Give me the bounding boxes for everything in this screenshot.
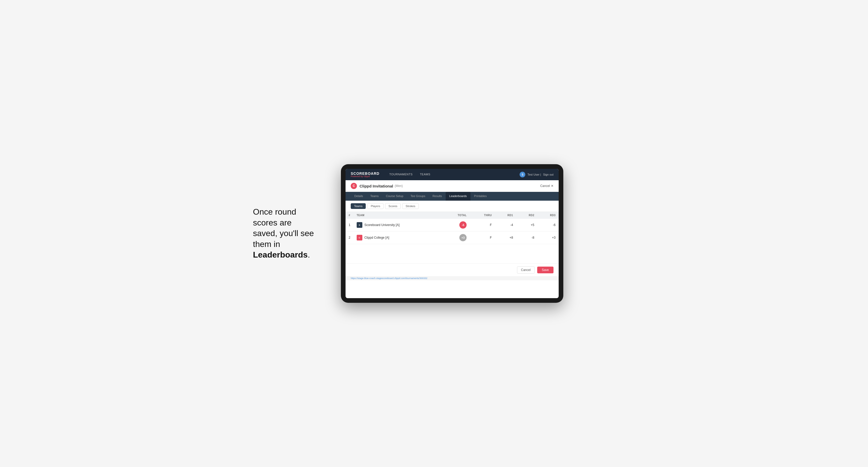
col-rd3: RD3 (537, 212, 559, 219)
team-name-1: Clippd College [A] (365, 236, 389, 240)
tournament-icon: C (351, 183, 357, 189)
description-line1: Once round (253, 207, 296, 216)
filter-teams-button[interactable]: Teams (351, 203, 366, 209)
description-period: . (308, 250, 310, 259)
cell-rank-1: 2 (345, 231, 353, 244)
col-rd2: RD2 (516, 212, 537, 219)
table-header-row: # TEAM TOTAL THRU RD1 RD2 RD3 (345, 212, 559, 219)
tab-results[interactable]: Results (429, 192, 446, 201)
description-line5-bold: Leaderboards (253, 250, 308, 259)
footer-cancel-button[interactable]: Cancel (517, 266, 534, 274)
filter-scores-button[interactable]: Scores (385, 203, 401, 209)
leaderboard-table: # TEAM TOTAL THRU RD1 RD2 RD3 1 S Scor (345, 212, 559, 244)
filter-bar: Teams Players Scores Strokes (345, 201, 559, 212)
tab-teams[interactable]: Teams (367, 192, 382, 201)
navbar: SCOREBOARD Powered by clippd TOURNAMENTS… (345, 169, 559, 180)
table-header: # TEAM TOTAL THRU RD1 RD2 RD3 (345, 212, 559, 219)
user-avatar: S (520, 172, 525, 177)
description-line3: saved, you'll see (253, 228, 314, 238)
filter-strokes-button[interactable]: Strokes (402, 203, 418, 209)
team-name-0: Scoreboard University [A] (365, 223, 400, 227)
footer: Cancel Save (345, 263, 559, 276)
team-logo-1: C (356, 235, 362, 241)
cell-rank-0: 1 (345, 219, 353, 231)
sign-out-link[interactable]: Sign out (543, 173, 554, 176)
cell-team-0: S Scoreboard University [A] (353, 219, 442, 231)
nav-right: S Test User | Sign out (520, 172, 554, 177)
brand-title: SCOREBOARD (351, 172, 379, 175)
col-rank: # (345, 212, 353, 219)
cell-team-1: C Clippd College [A] (353, 231, 442, 244)
footer-save-button[interactable]: Save (537, 267, 554, 273)
tab-leaderboards[interactable]: Leaderboards (446, 192, 470, 201)
table-body: 1 S Scoreboard University [A] -5 F -4 +5… (345, 219, 559, 244)
nav-link-tournaments[interactable]: TOURNAMENTS (385, 169, 416, 180)
table-row: 2 C Clippd College [A] +3 F +8 -8 +3 (345, 231, 559, 244)
tablet-device: SCOREBOARD Powered by clippd TOURNAMENTS… (341, 164, 563, 303)
team-logo-0: S (356, 222, 362, 228)
nav-link-teams[interactable]: TEAMS (416, 169, 434, 180)
tab-printables[interactable]: Printables (470, 192, 490, 201)
url-text: https://stage-blue-coach.stagescoreboard… (351, 277, 427, 280)
col-team: TEAM (353, 212, 442, 219)
nav-username: Test User | (527, 173, 541, 176)
brand-sub: Powered by clippd (351, 175, 379, 178)
col-rd1: RD1 (495, 212, 516, 219)
description-line4: them in (253, 240, 280, 249)
cell-rd3-0: -6 (537, 219, 559, 231)
url-bar: https://stage-blue-coach.stagescoreboard… (345, 276, 559, 280)
brand: SCOREBOARD Powered by clippd (351, 172, 379, 178)
cell-rd3-1: +3 (537, 231, 559, 244)
cell-rd1-1: +8 (495, 231, 516, 244)
tab-details[interactable]: Details (351, 192, 367, 201)
tournament-cancel-button[interactable]: Cancel ✕ (540, 184, 554, 188)
cell-total-1: +3 (442, 231, 470, 244)
tablet-screen: SCOREBOARD Powered by clippd TOURNAMENTS… (345, 169, 559, 298)
cell-rd2-1: -8 (516, 231, 537, 244)
col-total: TOTAL (442, 212, 470, 219)
nav-links: TOURNAMENTS TEAMS (385, 169, 514, 180)
score-badge-0: -5 (459, 221, 467, 228)
cell-rd1-0: -4 (495, 219, 516, 231)
cell-thru-1: F (470, 231, 495, 244)
table-row: 1 S Scoreboard University [A] -5 F -4 +5… (345, 219, 559, 231)
tournament-header: C Clippd Invitational (Men) Cancel ✕ (345, 180, 559, 192)
sub-nav: Details Teams Course Setup Tee Groups Re… (345, 192, 559, 201)
tournament-gender: (Men) (395, 184, 403, 188)
tab-course-setup[interactable]: Course Setup (382, 192, 407, 201)
close-icon: ✕ (551, 184, 554, 188)
score-badge-1: +3 (459, 234, 467, 241)
cell-thru-0: F (470, 219, 495, 231)
leaderboard-content: # TEAM TOTAL THRU RD1 RD2 RD3 1 S Scor (345, 212, 559, 263)
tab-tee-groups[interactable]: Tee Groups (407, 192, 429, 201)
description-line2: scores are (253, 218, 291, 227)
tournament-name: Clippd Invitational (360, 184, 393, 188)
cell-rd2-0: +5 (516, 219, 537, 231)
cell-total-0: -5 (442, 219, 470, 231)
left-description: Once round scores are saved, you'll see … (253, 207, 326, 260)
filter-players-button[interactable]: Players (367, 203, 383, 209)
col-thru: THRU (470, 212, 495, 219)
